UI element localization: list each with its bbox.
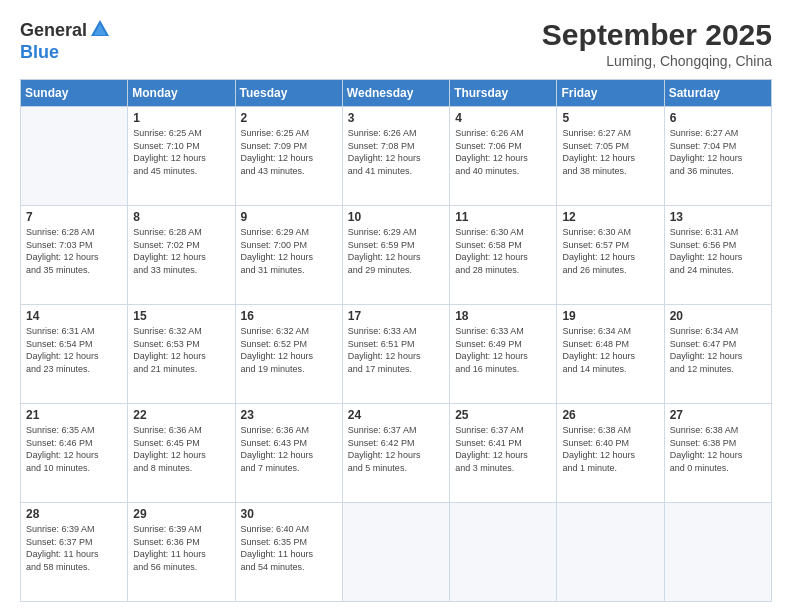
table-row: 22Sunrise: 6:36 AM Sunset: 6:45 PM Dayli… <box>128 404 235 503</box>
day-info: Sunrise: 6:34 AM Sunset: 6:47 PM Dayligh… <box>670 325 766 375</box>
day-info: Sunrise: 6:32 AM Sunset: 6:52 PM Dayligh… <box>241 325 337 375</box>
table-row: 27Sunrise: 6:38 AM Sunset: 6:38 PM Dayli… <box>664 404 771 503</box>
logo-general: General <box>20 20 87 41</box>
day-number: 19 <box>562 309 658 323</box>
table-row: 14Sunrise: 6:31 AM Sunset: 6:54 PM Dayli… <box>21 305 128 404</box>
day-number: 1 <box>133 111 229 125</box>
day-info: Sunrise: 6:31 AM Sunset: 6:56 PM Dayligh… <box>670 226 766 276</box>
header-sunday: Sunday <box>21 80 128 107</box>
day-info: Sunrise: 6:36 AM Sunset: 6:43 PM Dayligh… <box>241 424 337 474</box>
table-row <box>557 503 664 602</box>
table-row: 26Sunrise: 6:38 AM Sunset: 6:40 PM Dayli… <box>557 404 664 503</box>
table-row: 6Sunrise: 6:27 AM Sunset: 7:04 PM Daylig… <box>664 107 771 206</box>
day-info: Sunrise: 6:26 AM Sunset: 7:06 PM Dayligh… <box>455 127 551 177</box>
table-row: 4Sunrise: 6:26 AM Sunset: 7:06 PM Daylig… <box>450 107 557 206</box>
table-row: 15Sunrise: 6:32 AM Sunset: 6:53 PM Dayli… <box>128 305 235 404</box>
day-number: 12 <box>562 210 658 224</box>
table-row: 28Sunrise: 6:39 AM Sunset: 6:37 PM Dayli… <box>21 503 128 602</box>
calendar-week-row: 1Sunrise: 6:25 AM Sunset: 7:10 PM Daylig… <box>21 107 772 206</box>
table-row: 21Sunrise: 6:35 AM Sunset: 6:46 PM Dayli… <box>21 404 128 503</box>
day-number: 16 <box>241 309 337 323</box>
day-info: Sunrise: 6:27 AM Sunset: 7:04 PM Dayligh… <box>670 127 766 177</box>
day-info: Sunrise: 6:29 AM Sunset: 7:00 PM Dayligh… <box>241 226 337 276</box>
day-info: Sunrise: 6:37 AM Sunset: 6:42 PM Dayligh… <box>348 424 444 474</box>
table-row: 10Sunrise: 6:29 AM Sunset: 6:59 PM Dayli… <box>342 206 449 305</box>
calendar-week-row: 21Sunrise: 6:35 AM Sunset: 6:46 PM Dayli… <box>21 404 772 503</box>
day-number: 25 <box>455 408 551 422</box>
day-info: Sunrise: 6:33 AM Sunset: 6:51 PM Dayligh… <box>348 325 444 375</box>
day-number: 5 <box>562 111 658 125</box>
day-number: 14 <box>26 309 122 323</box>
subtitle: Luming, Chongqing, China <box>542 53 772 69</box>
day-info: Sunrise: 6:25 AM Sunset: 7:10 PM Dayligh… <box>133 127 229 177</box>
header-tuesday: Tuesday <box>235 80 342 107</box>
table-row <box>450 503 557 602</box>
table-row: 20Sunrise: 6:34 AM Sunset: 6:47 PM Dayli… <box>664 305 771 404</box>
day-info: Sunrise: 6:28 AM Sunset: 7:02 PM Dayligh… <box>133 226 229 276</box>
header-thursday: Thursday <box>450 80 557 107</box>
table-row: 2Sunrise: 6:25 AM Sunset: 7:09 PM Daylig… <box>235 107 342 206</box>
table-row: 29Sunrise: 6:39 AM Sunset: 6:36 PM Dayli… <box>128 503 235 602</box>
table-row: 25Sunrise: 6:37 AM Sunset: 6:41 PM Dayli… <box>450 404 557 503</box>
table-row: 12Sunrise: 6:30 AM Sunset: 6:57 PM Dayli… <box>557 206 664 305</box>
day-number: 2 <box>241 111 337 125</box>
day-number: 13 <box>670 210 766 224</box>
calendar-header-row: Sunday Monday Tuesday Wednesday Thursday… <box>21 80 772 107</box>
table-row <box>664 503 771 602</box>
logo: General Blue <box>20 18 111 63</box>
table-row: 24Sunrise: 6:37 AM Sunset: 6:42 PM Dayli… <box>342 404 449 503</box>
day-info: Sunrise: 6:30 AM Sunset: 6:57 PM Dayligh… <box>562 226 658 276</box>
page: General Blue September 2025 Luming, Chon… <box>0 0 792 612</box>
header-monday: Monday <box>128 80 235 107</box>
table-row: 5Sunrise: 6:27 AM Sunset: 7:05 PM Daylig… <box>557 107 664 206</box>
day-number: 6 <box>670 111 766 125</box>
day-info: Sunrise: 6:34 AM Sunset: 6:48 PM Dayligh… <box>562 325 658 375</box>
day-number: 9 <box>241 210 337 224</box>
day-info: Sunrise: 6:35 AM Sunset: 6:46 PM Dayligh… <box>26 424 122 474</box>
day-info: Sunrise: 6:28 AM Sunset: 7:03 PM Dayligh… <box>26 226 122 276</box>
day-number: 30 <box>241 507 337 521</box>
day-number: 11 <box>455 210 551 224</box>
table-row <box>342 503 449 602</box>
header-friday: Friday <box>557 80 664 107</box>
day-info: Sunrise: 6:27 AM Sunset: 7:05 PM Dayligh… <box>562 127 658 177</box>
day-info: Sunrise: 6:39 AM Sunset: 6:37 PM Dayligh… <box>26 523 122 573</box>
main-title: September 2025 <box>542 18 772 51</box>
day-number: 20 <box>670 309 766 323</box>
day-number: 21 <box>26 408 122 422</box>
day-info: Sunrise: 6:30 AM Sunset: 6:58 PM Dayligh… <box>455 226 551 276</box>
day-info: Sunrise: 6:33 AM Sunset: 6:49 PM Dayligh… <box>455 325 551 375</box>
table-row: 11Sunrise: 6:30 AM Sunset: 6:58 PM Dayli… <box>450 206 557 305</box>
day-info: Sunrise: 6:25 AM Sunset: 7:09 PM Dayligh… <box>241 127 337 177</box>
calendar-week-row: 28Sunrise: 6:39 AM Sunset: 6:37 PM Dayli… <box>21 503 772 602</box>
table-row: 16Sunrise: 6:32 AM Sunset: 6:52 PM Dayli… <box>235 305 342 404</box>
day-number: 28 <box>26 507 122 521</box>
day-number: 15 <box>133 309 229 323</box>
header-wednesday: Wednesday <box>342 80 449 107</box>
table-row: 13Sunrise: 6:31 AM Sunset: 6:56 PM Dayli… <box>664 206 771 305</box>
day-info: Sunrise: 6:38 AM Sunset: 6:38 PM Dayligh… <box>670 424 766 474</box>
table-row: 18Sunrise: 6:33 AM Sunset: 6:49 PM Dayli… <box>450 305 557 404</box>
day-number: 26 <box>562 408 658 422</box>
day-number: 17 <box>348 309 444 323</box>
day-number: 27 <box>670 408 766 422</box>
header-saturday: Saturday <box>664 80 771 107</box>
table-row: 1Sunrise: 6:25 AM Sunset: 7:10 PM Daylig… <box>128 107 235 206</box>
day-number: 3 <box>348 111 444 125</box>
day-info: Sunrise: 6:39 AM Sunset: 6:36 PM Dayligh… <box>133 523 229 573</box>
day-number: 7 <box>26 210 122 224</box>
table-row <box>21 107 128 206</box>
day-number: 10 <box>348 210 444 224</box>
title-section: September 2025 Luming, Chongqing, China <box>542 18 772 69</box>
table-row: 3Sunrise: 6:26 AM Sunset: 7:08 PM Daylig… <box>342 107 449 206</box>
calendar: Sunday Monday Tuesday Wednesday Thursday… <box>20 79 772 602</box>
table-row: 9Sunrise: 6:29 AM Sunset: 7:00 PM Daylig… <box>235 206 342 305</box>
day-info: Sunrise: 6:32 AM Sunset: 6:53 PM Dayligh… <box>133 325 229 375</box>
day-number: 29 <box>133 507 229 521</box>
day-number: 18 <box>455 309 551 323</box>
table-row: 8Sunrise: 6:28 AM Sunset: 7:02 PM Daylig… <box>128 206 235 305</box>
calendar-week-row: 14Sunrise: 6:31 AM Sunset: 6:54 PM Dayli… <box>21 305 772 404</box>
day-info: Sunrise: 6:29 AM Sunset: 6:59 PM Dayligh… <box>348 226 444 276</box>
logo-blue: Blue <box>20 42 59 63</box>
day-info: Sunrise: 6:40 AM Sunset: 6:35 PM Dayligh… <box>241 523 337 573</box>
